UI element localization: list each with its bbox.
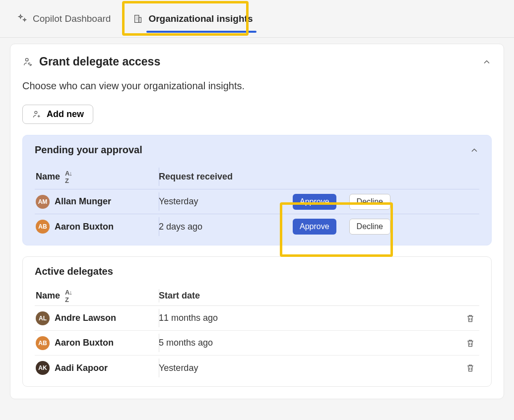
start-date: 5 months ago bbox=[159, 338, 288, 348]
avatar: AL bbox=[36, 311, 50, 325]
sort-az-icon[interactable]: A↓Z bbox=[65, 289, 72, 303]
tab-organizational-insights[interactable]: Organizational insights bbox=[122, 0, 263, 38]
trash-icon[interactable] bbox=[465, 338, 475, 348]
svg-rect-0 bbox=[135, 15, 139, 22]
active-row: AK Aadi Kapoor Yesterday bbox=[35, 356, 479, 380]
card-title: Grant delegate access bbox=[39, 55, 160, 68]
decline-button[interactable]: Decline bbox=[349, 219, 390, 235]
column-name-header[interactable]: Name bbox=[36, 172, 60, 182]
person-add-icon bbox=[32, 110, 42, 120]
svg-point-2 bbox=[25, 58, 28, 61]
delegate-name: Aaron Buxton bbox=[55, 338, 114, 348]
active-row: AL Andre Lawson 11 months ago bbox=[35, 306, 479, 331]
avatar: AM bbox=[36, 195, 50, 209]
trash-icon[interactable] bbox=[465, 363, 475, 373]
delegate-name: Aadi Kapoor bbox=[55, 363, 108, 373]
request-received: 2 days ago bbox=[159, 222, 288, 232]
start-date: 11 months ago bbox=[159, 313, 288, 323]
pending-row: AB Aaron Buxton 2 days ago Approve Decli… bbox=[35, 214, 479, 239]
avatar: AB bbox=[36, 336, 50, 350]
person-link-icon bbox=[22, 57, 33, 67]
add-new-button[interactable]: Add new bbox=[22, 105, 93, 124]
svg-point-3 bbox=[35, 111, 37, 114]
pending-title: Pending your approval bbox=[35, 144, 142, 156]
sparkle-icon bbox=[17, 13, 28, 24]
add-new-label: Add new bbox=[47, 109, 84, 120]
trash-icon[interactable] bbox=[465, 313, 475, 323]
svg-rect-1 bbox=[139, 17, 141, 22]
pending-approval-section: Pending your approval Name A↓Z Request r… bbox=[22, 135, 492, 245]
active-delegates-section: Active delegates Name A↓Z Start date AL … bbox=[22, 256, 492, 387]
approve-button[interactable]: Approve bbox=[293, 219, 336, 235]
column-start-header[interactable]: Start date bbox=[159, 291, 288, 301]
sort-az-icon[interactable]: A↓Z bbox=[65, 170, 72, 184]
start-date: Yesterday bbox=[159, 363, 288, 373]
chevron-up-icon[interactable] bbox=[482, 57, 492, 67]
tab-bar: Copilot Dashboard Organizational insight… bbox=[0, 0, 514, 38]
column-received-header[interactable]: Request received bbox=[159, 172, 288, 182]
pending-row: AM Allan Munger Yesterday Approve Declin… bbox=[35, 189, 479, 214]
card-subtitle: Choose who can view your organizational … bbox=[22, 80, 492, 92]
delegate-name: Andre Lawson bbox=[55, 313, 116, 323]
tab-label: Organizational insights bbox=[148, 13, 253, 24]
decline-button[interactable]: Decline bbox=[349, 194, 390, 210]
tab-copilot-dashboard[interactable]: Copilot Dashboard bbox=[6, 0, 122, 38]
avatar: AB bbox=[36, 220, 50, 234]
chevron-up-icon[interactable] bbox=[469, 145, 479, 155]
table-header-row: Name A↓Z Request received bbox=[35, 165, 479, 189]
delegate-name: Allan Munger bbox=[55, 196, 111, 207]
active-title: Active delegates bbox=[35, 266, 113, 277]
request-received: Yesterday bbox=[159, 196, 288, 207]
card-header: Grant delegate access bbox=[22, 55, 492, 68]
active-row: AB Aaron Buxton 5 months ago bbox=[35, 331, 479, 356]
avatar: AK bbox=[36, 361, 50, 375]
grant-delegate-access-card: Grant delegate access Choose who can vie… bbox=[10, 44, 504, 399]
column-name-header[interactable]: Name bbox=[36, 291, 60, 301]
delegate-name: Aaron Buxton bbox=[55, 222, 114, 232]
tab-label: Copilot Dashboard bbox=[33, 13, 111, 24]
table-header-row: Name A↓Z Start date bbox=[35, 286, 479, 306]
building-icon bbox=[132, 13, 143, 24]
approve-button[interactable]: Approve bbox=[293, 194, 336, 210]
